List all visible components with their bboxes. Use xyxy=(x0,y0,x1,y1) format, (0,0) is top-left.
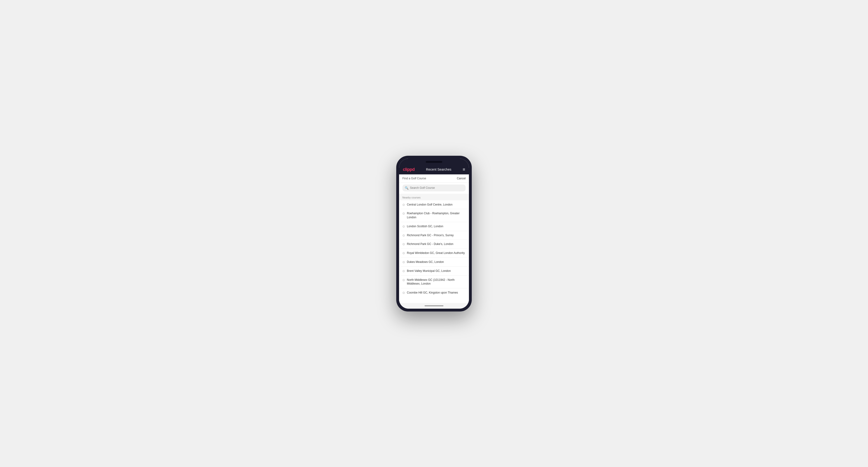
nearby-section-label: Nearby courses xyxy=(402,196,421,199)
course-name: Coombe Hill GC, Kingston upon Thames xyxy=(407,291,458,295)
app-header: clippd Recent Searches ≡ xyxy=(399,165,469,175)
location-pin-icon: ⊙ xyxy=(402,251,405,255)
course-list: ⊙Central London Golf Centre, London⊙Roeh… xyxy=(399,200,469,303)
home-bar xyxy=(425,305,443,306)
search-container: 🔍 xyxy=(399,183,469,194)
nearby-section-header: Nearby courses xyxy=(399,194,469,200)
list-item[interactable]: ⊙Dukes Meadows GC, London xyxy=(399,258,469,267)
list-item[interactable]: ⊙Roehampton Club - Roehampton, Greater L… xyxy=(399,209,469,222)
list-item[interactable]: ⊙Richmond Park GC - Prince's, Surrey xyxy=(399,231,469,240)
search-input-wrap[interactable]: 🔍 xyxy=(402,185,466,191)
course-name: Dukes Meadows GC, London xyxy=(407,260,444,264)
list-item[interactable]: ⊙London Scottish GC, London xyxy=(399,222,469,231)
app-header-title: Recent Searches xyxy=(426,167,451,171)
location-pin-icon: ⊙ xyxy=(402,242,405,246)
course-name: Richmond Park GC - Prince's, Surrey xyxy=(407,234,454,238)
home-indicator xyxy=(399,303,469,309)
course-name: Richmond Park GC - Duke's, London xyxy=(407,242,453,246)
list-item[interactable]: ⊙Richmond Park GC - Duke's, London xyxy=(399,240,469,249)
list-item[interactable]: ⊙North Middlesex GC (1011942 - North Mid… xyxy=(399,276,469,289)
phone-device: clippd Recent Searches ≡ Find a Golf Cou… xyxy=(396,156,472,311)
list-item[interactable]: ⊙Coombe Hill GC, Kingston upon Thames xyxy=(399,288,469,297)
course-name: Central London Golf Centre, London xyxy=(407,203,453,207)
list-item[interactable]: ⊙Royal Wimbledon GC, Great London Author… xyxy=(399,249,469,258)
search-icon: 🔍 xyxy=(405,186,408,190)
course-name: North Middlesex GC (1011942 - North Midd… xyxy=(407,278,466,286)
course-name: Roehampton Club - Roehampton, Greater Lo… xyxy=(407,212,466,219)
main-content: Find a Golf Course Cancel 🔍 Nearby cours… xyxy=(399,175,469,303)
location-pin-icon: ⊙ xyxy=(402,212,405,215)
location-pin-icon: ⊙ xyxy=(402,234,405,237)
location-pin-icon: ⊙ xyxy=(402,278,405,282)
location-pin-icon: ⊙ xyxy=(402,291,405,294)
course-name: Brent Valley Municipal GC, London xyxy=(407,269,451,273)
find-label: Find a Golf Course xyxy=(402,177,426,180)
app-logo: clippd xyxy=(403,167,415,172)
phone-screen: clippd Recent Searches ≡ Find a Golf Cou… xyxy=(399,159,469,309)
location-pin-icon: ⊙ xyxy=(402,269,405,273)
cancel-button[interactable]: Cancel xyxy=(457,177,466,180)
course-name: London Scottish GC, London xyxy=(407,224,443,228)
course-name: Royal Wimbledon GC, Great London Authori… xyxy=(407,251,465,255)
notch-pill xyxy=(426,161,442,163)
list-item[interactable]: ⊙Brent Valley Municipal GC, London xyxy=(399,267,469,276)
menu-icon[interactable]: ≡ xyxy=(463,167,465,172)
find-bar: Find a Golf Course Cancel xyxy=(399,175,469,183)
location-pin-icon: ⊙ xyxy=(402,203,405,207)
location-pin-icon: ⊙ xyxy=(402,260,405,264)
list-item[interactable]: ⊙Central London Golf Centre, London xyxy=(399,200,469,209)
phone-notch xyxy=(399,159,469,165)
location-pin-icon: ⊙ xyxy=(402,225,405,228)
search-input[interactable] xyxy=(410,186,463,189)
